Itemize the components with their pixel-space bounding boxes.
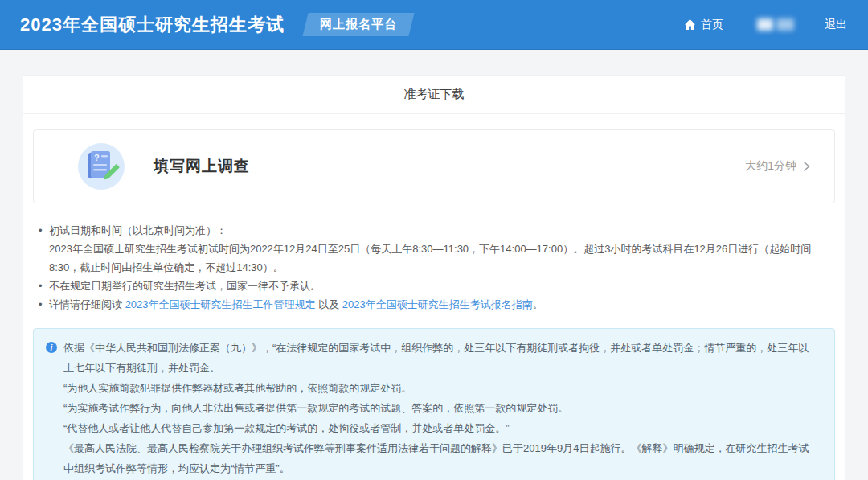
chevron-right-icon bbox=[803, 161, 810, 172]
notice-text: 。 bbox=[533, 298, 543, 310]
notice-text: 2023年全国硕士研究生招生考试初试时间为2022年12月24日至25日（每天上… bbox=[49, 243, 811, 273]
legal-paragraph: 《最高人民法院、最高人民检察院关于办理组织考试作弊等刑事案件适用法律若干问题的解… bbox=[63, 438, 810, 478]
section-title: 准考证下载 bbox=[404, 87, 465, 102]
survey-title: 填写网上调查 bbox=[154, 156, 250, 177]
notice-list: 初试日期和时间（以北京时间为准）： 2023年全国硕士研究生招生考试初试时间为2… bbox=[39, 221, 835, 314]
survey-duration: 大约1分钟 bbox=[745, 159, 796, 174]
notice-item-exam-dates: 初试日期和时间（以北京时间为准）： 2023年全国硕士研究生招生考试初试时间为2… bbox=[39, 221, 835, 277]
header-left: 2023年全国硕士研究生招生考试 网上报名平台 bbox=[20, 13, 411, 37]
notice-text: 不在规定日期举行的研究生招生考试，国家一律不予承认。 bbox=[49, 280, 321, 292]
username-redacted[interactable] bbox=[757, 18, 794, 31]
notice-item-unrecognized: 不在规定日期举行的研究生招生考试，国家一律不予承认。 bbox=[39, 277, 835, 295]
header-nav: 首页 退出 bbox=[684, 18, 847, 32]
legal-text: 依据《中华人民共和国刑法修正案（九）》，“在法律规定的国家考试中，组织作弊的，处… bbox=[63, 338, 810, 478]
card-body: ? 填写网上调查 大约1分钟 初试日期和 bbox=[23, 114, 845, 480]
survey-document-icon: ? bbox=[78, 143, 125, 190]
nav-logout[interactable]: 退出 bbox=[825, 18, 847, 32]
username-blur-block bbox=[757, 18, 773, 31]
legal-paragraph: 依据《中华人民共和国刑法修正案（九）》，“在法律规定的国家考试中，组织作弊的，处… bbox=[63, 338, 810, 378]
info-icon: i bbox=[46, 342, 57, 353]
nav-home[interactable]: 首页 bbox=[684, 18, 723, 32]
platform-badge: 网上报名平台 bbox=[302, 13, 414, 36]
username-blur-block bbox=[776, 18, 794, 31]
legal-paragraph: “代替他人或者让他人代替自己参加第一款规定的考试的，处拘役或者管制，并处或者单处… bbox=[63, 418, 810, 438]
link-admission-regulations[interactable]: 2023年全国硕士研究生招生工作管理规定 bbox=[125, 298, 316, 310]
legal-paragraph: “为他人实施前款犯罪提供作弊器材或者其他帮助的，依照前款的规定处罚。 bbox=[63, 378, 810, 398]
notice-text: 以及 bbox=[316, 298, 342, 310]
nav-logout-label: 退出 bbox=[825, 18, 847, 32]
svg-text:?: ? bbox=[94, 153, 100, 162]
survey-card[interactable]: ? 填写网上调查 大约1分钟 bbox=[33, 129, 835, 203]
platform-badge-label: 网上报名平台 bbox=[320, 17, 397, 32]
notice-text: 初试日期和时间（以北京时间为准）： bbox=[49, 224, 227, 236]
legal-paragraph: “为实施考试作弊行为，向他人非法出售或者提供第一款规定的考试的试题、答案的，依照… bbox=[63, 398, 810, 418]
legal-notice-box: i 依据《中华人民共和国刑法修正案（九）》，“在法律规定的国家考试中，组织作弊的… bbox=[33, 328, 835, 480]
main-card: 准考证下载 ? 填写网上调查 bbox=[23, 75, 845, 480]
section-title-bar: 准考证下载 bbox=[23, 76, 845, 114]
notice-item-read-more: 详情请仔细阅读 2023年全国硕士研究生招生工作管理规定 以及 2023年全国硕… bbox=[39, 295, 835, 314]
app-header: 2023年全国硕士研究生招生考试 网上报名平台 首页 退出 bbox=[0, 0, 868, 50]
survey-duration-wrap: 大约1分钟 bbox=[745, 159, 810, 174]
app-title: 2023年全国硕士研究生招生考试 bbox=[20, 13, 285, 37]
notice-text: 详情请仔细阅读 bbox=[49, 298, 125, 310]
nav-home-label: 首页 bbox=[701, 18, 723, 32]
home-icon bbox=[684, 18, 696, 31]
link-registration-guide[interactable]: 2023年全国硕士研究生招生考试报名指南 bbox=[342, 298, 533, 310]
